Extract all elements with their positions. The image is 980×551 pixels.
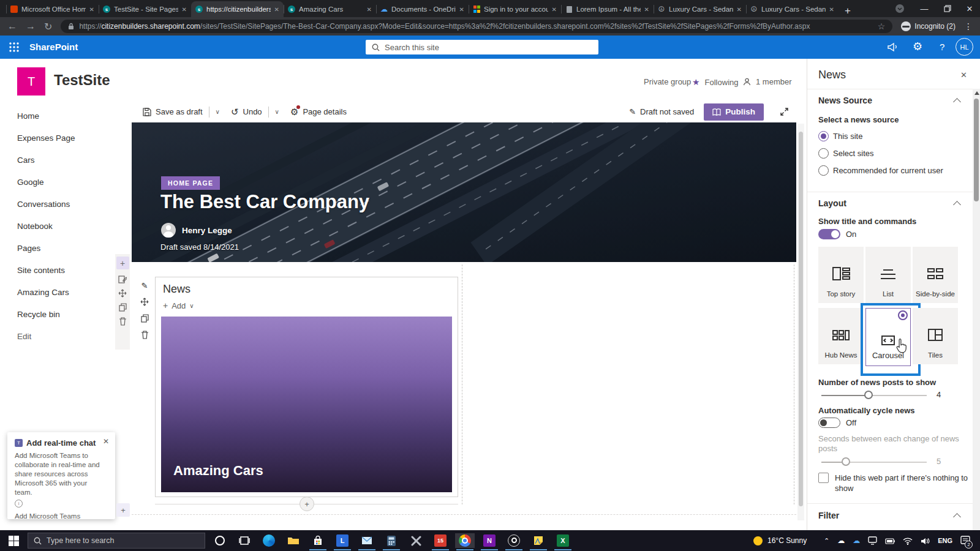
tab-close-icon[interactable]: ✕ <box>367 6 372 13</box>
popup-close-icon[interactable]: ✕ <box>103 437 109 446</box>
publish-button[interactable]: Publish <box>704 103 764 121</box>
browser-tab[interactable]: Microsoft Office Home ✕ <box>6 1 99 17</box>
tab-close-icon[interactable]: ✕ <box>274 6 279 13</box>
following-button[interactable]: ★ Following <box>692 77 738 87</box>
collapse-chevron-icon[interactable] <box>953 513 961 521</box>
save-as-draft-button[interactable]: Save as draft <box>143 107 203 116</box>
hide-webpart-checkbox[interactable] <box>818 473 829 483</box>
filter-header[interactable]: Filter <box>818 511 839 520</box>
help-icon[interactable]: ? <box>940 42 944 52</box>
browser-tab-active[interactable]: s https://citizenbuilders ✕ <box>191 1 284 17</box>
l-app-icon[interactable]: L <box>333 533 352 548</box>
cycle-news-toggle[interactable] <box>818 418 840 428</box>
display-icon[interactable] <box>868 536 877 545</box>
radio-select-sites[interactable]: Select sites <box>818 148 873 159</box>
nav-item-site-contents[interactable]: Site contents <box>0 259 110 281</box>
tab-close-icon[interactable]: ✕ <box>459 6 464 13</box>
nav-item-notebook[interactable]: Notebook <box>0 215 110 237</box>
show-title-toggle[interactable] <box>818 229 840 239</box>
duplicate-section-icon[interactable] <box>119 303 127 312</box>
browser-tab[interactable]: ☮ Luxury Cars - Sedans, ✕ <box>654 1 746 17</box>
tab-search-chevron-icon[interactable] <box>889 0 910 17</box>
radio-recommended[interactable]: Recommended for current user <box>818 165 943 176</box>
battery-icon[interactable] <box>885 537 895 545</box>
canvas-scrollbar-thumb[interactable] <box>799 132 803 506</box>
add-section-button[interactable]: + <box>116 257 129 269</box>
layout-header[interactable]: Layout <box>818 198 846 208</box>
canvas-scrollbar[interactable] <box>797 124 804 520</box>
tools-icon[interactable] <box>406 533 426 548</box>
seconds-slider[interactable] <box>821 462 927 463</box>
edge-icon[interactable] <box>259 533 279 548</box>
nav-item-conversations[interactable]: Conversations <box>0 193 110 215</box>
calculator-icon[interactable] <box>382 533 401 548</box>
news-webpart[interactable]: News + Add ∨ Amazing Cars <box>155 277 458 497</box>
nav-item-expenses-page[interactable]: Expenses Page <box>0 127 110 149</box>
browser-menu-icon[interactable]: ⋮ <box>964 21 973 31</box>
duplicate-webpart-icon[interactable] <box>141 314 149 323</box>
members-button[interactable]: 1 member <box>743 77 792 86</box>
cloud-icon[interactable]: ☁ <box>837 536 845 545</box>
site-search-input[interactable]: Search this site <box>366 40 598 54</box>
slider-thumb[interactable] <box>842 457 850 466</box>
megaphone-icon[interactable] <box>887 42 899 54</box>
file-explorer-icon[interactable] <box>284 533 303 548</box>
add-webpart-button[interactable]: + <box>300 497 314 511</box>
todo-icon[interactable]: 15 <box>431 533 450 548</box>
tab-close-icon[interactable]: ✕ <box>737 6 742 13</box>
tab-close-icon[interactable]: ✕ <box>552 6 557 13</box>
tab-close-icon[interactable]: ✕ <box>182 6 187 13</box>
save-options-chevron-icon[interactable]: ∨ <box>216 108 220 115</box>
browser-tab[interactable]: s TestSite - Site Pages - ✕ <box>99 1 191 17</box>
excel-icon[interactable]: X <box>553 533 573 548</box>
site-logo[interactable]: T <box>17 67 45 96</box>
page-scrollbar[interactable] <box>973 89 980 530</box>
browser-tab[interactable]: ☁ Documents - OneDriv ✕ <box>376 1 469 17</box>
edit-section-icon[interactable] <box>118 275 127 283</box>
window-close-button[interactable]: ✕ <box>959 0 980 17</box>
webpart-title[interactable]: News <box>163 283 190 296</box>
edit-webpart-icon[interactable]: ✎ <box>141 282 148 290</box>
browser-tab[interactable]: ☮ Luxury Cars - Sedans, ✕ <box>746 1 839 17</box>
nav-item-cars[interactable]: Cars <box>0 149 110 171</box>
layout-option-tiles[interactable]: Tiles <box>913 308 958 364</box>
microsoft-store-icon[interactable] <box>308 533 328 548</box>
forward-icon[interactable]: → <box>26 21 36 32</box>
move-section-icon[interactable] <box>118 289 127 298</box>
scroll-up-arrow[interactable] <box>974 91 979 95</box>
nav-item-home[interactable]: Home <box>0 105 110 127</box>
wifi-icon[interactable] <box>903 537 913 545</box>
add-teams-link[interactable]: Add Microsoft Teams <box>15 512 108 520</box>
url-field[interactable]: https://citizenbuilders.sharepoint.com/s… <box>61 20 892 33</box>
news-source-header[interactable]: News Source <box>818 96 872 105</box>
nav-item-recycle-bin[interactable]: Recycle bin <box>0 303 110 325</box>
layout-option-top-story[interactable]: Top story <box>818 247 864 303</box>
move-webpart-icon[interactable] <box>140 298 149 306</box>
expand-icon[interactable] <box>780 107 789 116</box>
tab-close-icon[interactable]: ✕ <box>644 6 649 13</box>
nav-edit-link[interactable]: Edit <box>0 325 110 347</box>
task-view-icon[interactable] <box>235 533 254 548</box>
bookmark-star-icon[interactable]: ☆ <box>878 21 886 31</box>
suite-brand[interactable]: SharePoint <box>29 42 78 52</box>
new-tab-button[interactable]: + <box>845 5 851 17</box>
weather-widget[interactable]: 16°C Sunny <box>753 530 807 551</box>
page-scrollbar-thumb[interactable] <box>974 99 979 201</box>
radio-this-site[interactable]: This site <box>818 131 862 141</box>
cortana-icon[interactable] <box>210 533 230 548</box>
collapse-chevron-icon[interactable] <box>953 201 961 209</box>
layout-option-side-by-side[interactable]: Side-by-side <box>913 247 958 303</box>
browser-tab[interactable]: s Amazing Cars ✕ <box>284 1 376 17</box>
panel-close-icon[interactable]: ✕ <box>960 70 967 80</box>
collapse-chevron-icon[interactable] <box>953 98 961 106</box>
browser-tab[interactable]: Lorem Ipsum - All the ✕ <box>561 1 654 17</box>
tab-close-icon[interactable]: ✕ <box>829 6 834 13</box>
posts-count-slider[interactable] <box>821 395 927 396</box>
sticky-notes-icon[interactable] <box>529 533 548 548</box>
onedrive-icon[interactable]: ☁ <box>853 536 860 545</box>
page-details-button[interactable]: ⚙ Page details <box>290 107 347 118</box>
news-card[interactable]: Amazing Cars <box>161 317 452 492</box>
account-avatar[interactable]: HL <box>956 38 973 56</box>
delete-section-icon[interactable] <box>119 317 127 326</box>
delete-webpart-icon[interactable] <box>141 331 149 339</box>
